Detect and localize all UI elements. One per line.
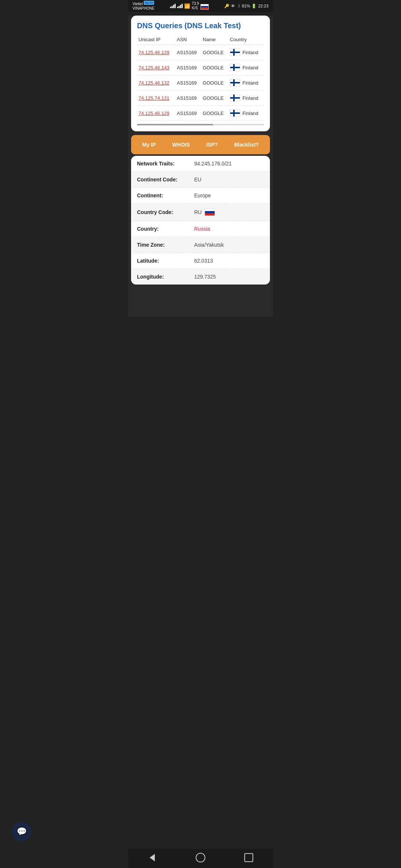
- name-cell: GOOGLE: [201, 45, 228, 60]
- info-label: Longitude:: [137, 274, 194, 280]
- flag-russia-icon: [205, 208, 215, 216]
- provider-name: VINAPHONE: [133, 6, 154, 11]
- carrier-info: Viettel VoLTE VINAPHONE: [133, 1, 154, 11]
- scroll-thumb: [137, 124, 213, 125]
- scroll-indicator: [137, 124, 264, 125]
- info-value: 129.7325: [194, 274, 264, 280]
- flag-finland-icon: [230, 79, 240, 86]
- speed-value: 73.9 K/S: [192, 1, 199, 10]
- country-cell: Finland: [228, 45, 264, 60]
- carrier-name: Viettel VoLTE: [133, 1, 154, 6]
- dns-card: DNS Queries (DNS Leak Test) Unicast IP A…: [131, 16, 270, 131]
- moon-icon: ☽: [237, 4, 240, 9]
- flag-finland-icon: [230, 94, 240, 102]
- signal-speed: 📶 73.9 K/S: [170, 1, 208, 10]
- info-card: Network Traits: 94.245.176.0/21 Continen…: [131, 156, 270, 285]
- tab-whois[interactable]: WHOIS: [169, 140, 193, 149]
- country-name: Finland: [242, 95, 258, 101]
- flag-ru-small: [200, 2, 209, 10]
- table-row: 74.125.46.143 AS15169 GOOGLE Finland: [137, 60, 264, 75]
- tab-blacklist[interactable]: Blacklist?: [231, 140, 262, 149]
- wifi-icon: 📶: [184, 3, 190, 9]
- ip-link[interactable]: 74.125.46.143: [138, 65, 169, 70]
- tab-isp[interactable]: ISP?: [203, 140, 221, 149]
- col-header-asn: ASN: [175, 34, 201, 45]
- col-header-ip: Unicast IP: [137, 34, 175, 45]
- country-cell: Finland: [228, 60, 264, 75]
- nav-tabs[interactable]: My IP WHOIS ISP? Blacklist?: [131, 135, 270, 154]
- info-row: Country: Russia: [131, 221, 270, 237]
- signal-icon-1: [170, 4, 176, 8]
- asn-cell: AS15169: [175, 45, 201, 60]
- system-icons: 🔑 👁 ☽ 81% 🔋 22:23: [224, 4, 268, 9]
- info-row: Time Zone: Asia/Yakutsk: [131, 237, 270, 253]
- country-cell: Finland: [228, 106, 264, 121]
- info-row: Latitude: 62.0313: [131, 253, 270, 269]
- time-display: 22:23: [258, 4, 268, 8]
- name-cell: GOOGLE: [201, 60, 228, 75]
- name-cell: GOOGLE: [201, 75, 228, 91]
- asn-cell: AS15169: [175, 60, 201, 75]
- ip-cell[interactable]: 74.125.46.132: [137, 75, 175, 91]
- info-label: Time Zone:: [137, 242, 194, 248]
- table-row: 74.125.46.129 AS15169 GOOGLE Finland: [137, 45, 264, 60]
- ip-cell[interactable]: 74.125.46.129: [137, 106, 175, 121]
- dns-card-title: DNS Queries (DNS Leak Test): [137, 22, 264, 30]
- battery-icon: 🔋: [251, 4, 257, 9]
- ip-cell[interactable]: 74.125.46.129: [137, 45, 175, 60]
- ip-cell[interactable]: 74.125.74.131: [137, 91, 175, 106]
- country-name: Finland: [242, 65, 258, 70]
- flag-finland-icon: [230, 49, 240, 56]
- info-row: Continent: Europe: [131, 188, 270, 204]
- status-bar: Viettel VoLTE VINAPHONE 📶 73.9 K/S: [128, 0, 273, 12]
- country-cell: Finland: [228, 91, 264, 106]
- table-row: 74.125.46.129 AS15169 GOOGLE Finland: [137, 106, 264, 121]
- info-label: Continent:: [137, 193, 194, 198]
- asn-cell: AS15169: [175, 91, 201, 106]
- key-icon: 🔑: [224, 4, 229, 9]
- ip-cell[interactable]: 74.125.46.143: [137, 60, 175, 75]
- info-label: Country:: [137, 226, 194, 232]
- eye-icon: 👁: [231, 4, 235, 8]
- info-label: Network Traits:: [137, 161, 194, 167]
- ip-link[interactable]: 74.125.46.132: [138, 80, 169, 86]
- info-value: 62.0313: [194, 258, 264, 264]
- table-header-row: Unicast IP ASN Name Country: [137, 34, 264, 45]
- flag-finland-icon: [230, 109, 240, 117]
- name-cell: GOOGLE: [201, 106, 228, 121]
- asn-cell: AS15169: [175, 75, 201, 91]
- battery-value: 81%: [242, 4, 250, 8]
- ru-code: RU: [194, 209, 202, 215]
- info-label: Latitude:: [137, 258, 194, 264]
- info-value: EU: [194, 177, 264, 183]
- main-content: DNS Queries (DNS Leak Test) Unicast IP A…: [128, 16, 273, 317]
- ip-link[interactable]: 74.125.46.129: [138, 111, 169, 116]
- country-name: Finland: [242, 80, 258, 86]
- dns-table: Unicast IP ASN Name Country 74.125.46.12…: [137, 34, 264, 121]
- tab-my-ip[interactable]: My IP: [139, 140, 159, 149]
- asn-cell: AS15169: [175, 106, 201, 121]
- info-value: 94.245.176.0/21: [194, 161, 264, 167]
- col-header-country: Country: [228, 34, 264, 45]
- ip-link[interactable]: 74.125.74.131: [138, 95, 169, 101]
- info-label: Country Code:: [137, 209, 194, 215]
- info-row: Longitude: 129.7325: [131, 269, 270, 285]
- name-cell: GOOGLE: [201, 91, 228, 106]
- table-row: 74.125.74.131 AS15169 GOOGLE Finland: [137, 91, 264, 106]
- country-code-value: RU: [194, 208, 264, 216]
- info-label: Continent Code:: [137, 177, 194, 183]
- country-name: Finland: [242, 50, 258, 55]
- signal-icon-2: [177, 4, 183, 8]
- col-header-name: Name: [201, 34, 228, 45]
- ip-link[interactable]: 74.125.46.129: [138, 50, 169, 55]
- info-row: Continent Code: EU: [131, 172, 270, 188]
- info-row: Country Code: RU: [131, 204, 270, 221]
- country-name: Finland: [242, 111, 258, 116]
- info-row: Network Traits: 94.245.176.0/21: [131, 156, 270, 172]
- table-row: 74.125.46.132 AS15169 GOOGLE Finland: [137, 75, 264, 91]
- country-value: Russia: [194, 226, 264, 232]
- info-value: Europe: [194, 193, 264, 198]
- info-value: Asia/Yakutsk: [194, 242, 264, 248]
- country-cell: Finland: [228, 75, 264, 91]
- flag-finland-icon: [230, 64, 240, 71]
